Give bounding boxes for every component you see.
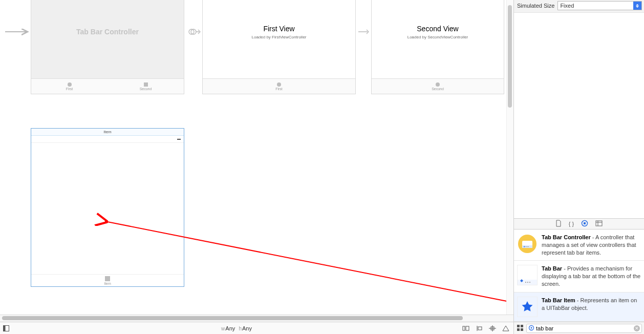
svg-rect-9	[466, 326, 469, 330]
resolve-issues-button[interactable]	[501, 324, 510, 333]
size-class-control[interactable]: wAny hAny	[11, 325, 461, 331]
svg-rect-33	[521, 325, 523, 327]
scene-title: Tab Bar Controller	[76, 28, 139, 36]
media-library-tab[interactable]	[595, 220, 603, 227]
tab-bar-item[interactable]: Item	[104, 276, 111, 285]
library-item-text: Tab Bar Item - Represents an item on a U…	[542, 297, 641, 317]
simulated-size-select[interactable]: Fixed	[557, 1, 642, 10]
library-item-tab-bar-item[interactable]: Tab Bar Item - Represents an item on a U…	[514, 293, 644, 322]
scene-body: Tab Bar Controller	[31, 0, 184, 78]
svg-rect-17	[596, 221, 602, 226]
tab-item-first[interactable]: First	[203, 79, 355, 94]
outline-toggle-button[interactable]	[1, 323, 11, 333]
tab-bar-item-icon	[517, 297, 538, 317]
grid-view-toggle[interactable]	[516, 325, 524, 332]
scene-body: First View Loaded by FirstViewController	[203, 0, 355, 78]
scene-second-view[interactable]: Second View Loaded by SecondViewControll…	[371, 0, 504, 94]
inspector-body	[514, 13, 644, 218]
pin-button[interactable]	[488, 324, 497, 333]
library-item-tab-bar[interactable]: Tab Bar - Provides a mechanism for displ…	[514, 261, 644, 293]
tab-item-first[interactable]: First	[31, 79, 108, 94]
library-item-text: Tab Bar - Provides a mechanism for displ…	[542, 265, 641, 288]
tab-bar-controller-icon	[517, 234, 538, 254]
select-value: Fixed	[560, 3, 574, 9]
svg-point-25	[527, 246, 528, 247]
tab-bar[interactable]: First Second	[31, 78, 184, 94]
scope-icon[interactable]	[528, 325, 534, 331]
canvas-bottom-bar: wAny hAny	[0, 322, 513, 334]
circle-icon	[436, 82, 440, 87]
library-tabs: { }	[514, 218, 644, 229]
object-library-tab[interactable]	[581, 220, 588, 228]
circle-icon	[68, 82, 72, 87]
storyboard-editor: Tab Bar Controller First Second First Vi…	[0, 0, 513, 334]
scene-first-view[interactable]: First View Loaded by FirstViewController…	[202, 0, 356, 94]
library-filter: ✕	[526, 324, 642, 333]
scrollbar-thumb[interactable]	[508, 5, 512, 108]
scene-title: First View	[263, 25, 294, 33]
svg-point-26	[528, 246, 529, 247]
clear-filter-button[interactable]: ✕	[634, 325, 640, 331]
tab-bar[interactable]: First	[203, 78, 355, 94]
tab-bar[interactable]: Second	[372, 78, 504, 94]
scene-new-item[interactable]: Item ▬ Item	[31, 128, 184, 287]
library-filter-input[interactable]	[526, 324, 642, 333]
svg-rect-35	[521, 328, 523, 331]
tab-bar-icon	[517, 265, 538, 285]
tab-bar[interactable]: Item	[31, 274, 184, 286]
scene-subtitle: Loaded by FirstViewController	[251, 35, 306, 39]
segue-arrow-icon[interactable]	[188, 28, 201, 36]
object-library-list[interactable]: Tab Bar Controller - A controller that m…	[514, 229, 644, 322]
align-button[interactable]	[475, 324, 484, 333]
chevron-updown-icon	[633, 2, 641, 10]
app-root: Tab Bar Controller First Second First Vi…	[0, 0, 644, 334]
code-snippet-tab[interactable]: { }	[569, 221, 574, 227]
svg-point-30	[527, 282, 528, 283]
status-bar: ▬	[31, 136, 184, 143]
simulated-size-row: Simulated Size Fixed	[514, 0, 644, 13]
scene-tab-bar-controller[interactable]: Tab Bar Controller First Second	[31, 0, 184, 94]
scene-title: Second View	[417, 25, 458, 33]
square-icon	[105, 276, 110, 281]
scene-subtitle: Loaded by SecondViewController	[407, 35, 468, 39]
svg-point-24	[525, 246, 526, 247]
tab-item-second[interactable]: Second	[108, 79, 184, 94]
svg-point-29	[525, 282, 526, 283]
svg-point-37	[531, 327, 532, 328]
tab-item-second[interactable]: Second	[372, 79, 504, 94]
circle-icon	[277, 82, 281, 87]
segue-arrow-icon[interactable]	[358, 28, 371, 36]
square-icon	[144, 82, 148, 87]
storyboard-canvas[interactable]: Tab Bar Controller First Second First Vi…	[0, 0, 513, 315]
scene-body: Second View Loaded by SecondViewControll…	[372, 0, 504, 78]
svg-rect-7	[4, 325, 6, 331]
utilities-panel: Simulated Size Fixed { } Tab Bar Control…	[513, 0, 644, 334]
initial-vc-arrow-icon	[5, 28, 31, 36]
file-template-tab[interactable]	[555, 220, 562, 228]
svg-rect-11	[478, 327, 482, 330]
battery-icon: ▬	[177, 137, 181, 140]
layout-buttons	[461, 324, 510, 333]
library-item-text: Tab Bar Controller - A controller that m…	[542, 234, 641, 257]
vertical-scrollbar[interactable]	[506, 0, 513, 315]
svg-point-31	[529, 282, 530, 283]
scene-header[interactable]: Item	[31, 129, 184, 136]
stack-button[interactable]	[461, 324, 470, 333]
simulated-size-label: Simulated Size	[517, 3, 554, 9]
svg-rect-23	[524, 246, 525, 247]
svg-rect-32	[517, 325, 520, 327]
svg-rect-34	[517, 328, 520, 331]
svg-rect-16	[584, 222, 586, 224]
scrollbar-thumb[interactable]	[2, 316, 463, 320]
library-filter-bar: ✕	[514, 322, 644, 334]
svg-rect-8	[463, 326, 465, 330]
library-item-tab-bar-controller[interactable]: Tab Bar Controller - A controller that m…	[514, 229, 644, 261]
horizontal-scrollbar[interactable]	[0, 315, 513, 322]
